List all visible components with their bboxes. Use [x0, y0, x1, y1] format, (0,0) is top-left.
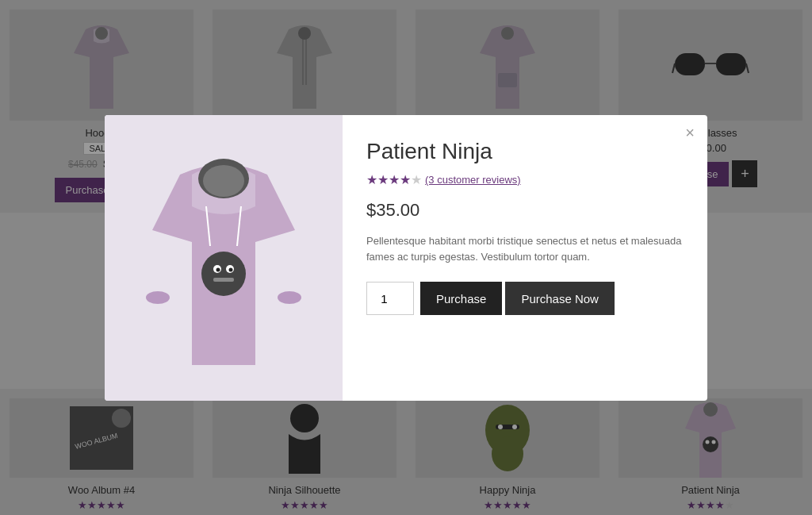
modal-close-button[interactable]: ×	[685, 125, 695, 140]
modal-description: Pellentesque habitant morbi tristique se…	[366, 233, 684, 267]
modal-product-image	[105, 115, 343, 401]
modal-reviews-link[interactable]: (3 customer reviews)	[425, 174, 521, 186]
modal-title: Patient Ninja	[366, 139, 684, 164]
modal-content: × Patient Ninja ★★★★★ (3 customer review…	[343, 115, 707, 401]
modal-rating-row: ★★★★★ (3 customer reviews)	[366, 172, 684, 187]
quantity-input[interactable]	[366, 282, 414, 315]
svg-point-33	[278, 291, 301, 304]
svg-rect-29	[213, 278, 234, 282]
modal-ninja-hoodie-svg	[136, 151, 311, 365]
modal-purchase-now-button[interactable]: Purchase Now	[505, 282, 615, 315]
modal-price: $35.00	[366, 200, 684, 221]
svg-point-32	[146, 291, 170, 304]
svg-point-24	[201, 252, 246, 296]
modal-purchase-button[interactable]: Purchase	[420, 282, 502, 315]
svg-point-27	[216, 267, 220, 271]
svg-point-28	[229, 267, 233, 271]
svg-point-23	[203, 165, 244, 197]
modal-stars: ★★★★★	[366, 172, 422, 187]
product-modal: × Patient Ninja ★★★★★ (3 customer review…	[105, 115, 707, 401]
modal-actions: Purchase Purchase Now	[366, 282, 684, 315]
modal-overlay[interactable]: × Patient Ninja ★★★★★ (3 customer review…	[0, 0, 812, 515]
